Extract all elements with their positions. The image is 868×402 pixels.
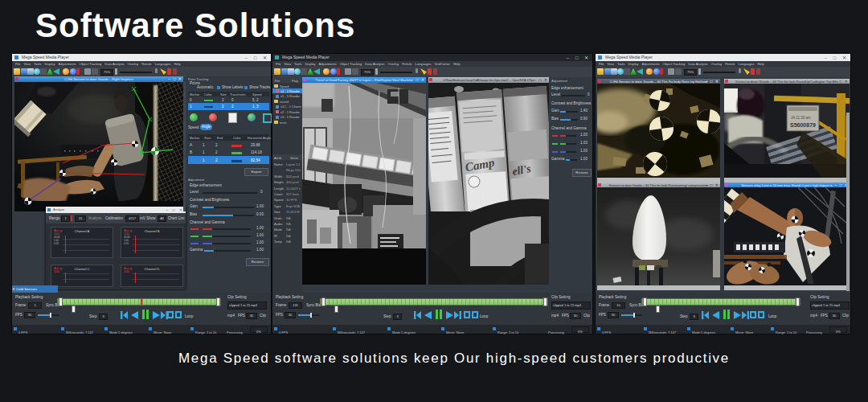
svg-text:S5600879: S5600879 — [790, 122, 816, 128]
svg-text:JA 11.30 am: JA 11.30 am — [791, 116, 811, 120]
